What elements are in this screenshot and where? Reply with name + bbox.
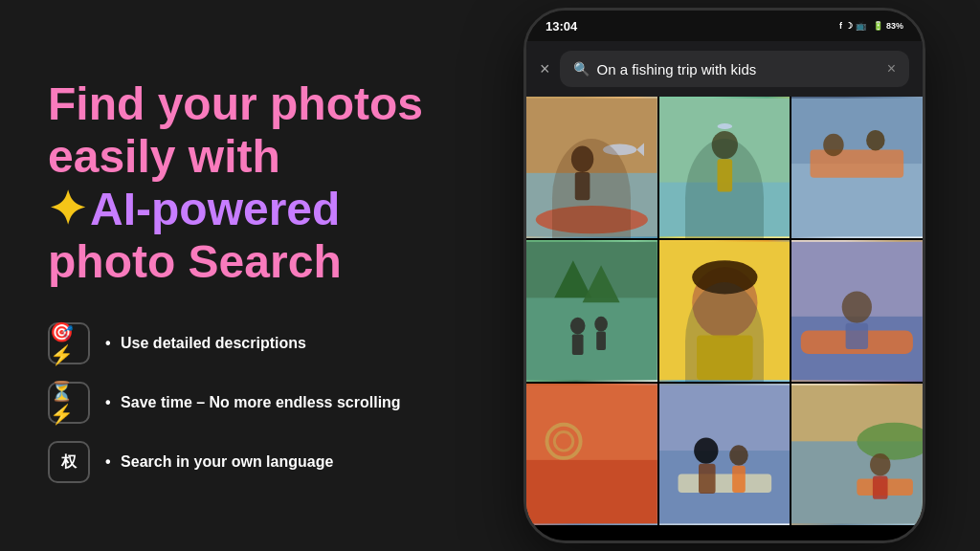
search-input[interactable]: On a fishing trip with kids [597,61,880,77]
svg-rect-18 [526,298,657,380]
search-icon: 🔍 [573,61,590,77]
svg-rect-4 [575,172,590,200]
headline-line4: photo Search [48,235,431,288]
svg-rect-22 [572,334,584,354]
svg-point-16 [866,130,885,150]
right-panel: 13:04 f ☽ 📺 🔋 83% × 🔍 On a fishing trip … [469,0,980,551]
search-bar-area[interactable]: × 🔍 On a fishing trip with kids × [526,41,923,97]
svg-point-28 [692,260,757,294]
headline: Find your photos easily with ✦AI-powered… [48,77,431,289]
svg-rect-32 [801,331,913,354]
svg-point-23 [594,317,608,332]
phone-mockup: 13:04 f ☽ 📺 🔋 83% × 🔍 On a fishing trip … [523,8,925,543]
svg-rect-46 [732,466,746,493]
svg-point-2 [536,206,648,233]
photo-3[interactable] [791,97,923,238]
feature-time: ⏳⚡ • Save time – No more endless scrolli… [48,382,431,424]
photo-6[interactable] [791,240,923,382]
search-input-box[interactable]: 🔍 On a fishing trip with kids × [560,51,909,87]
hourglass-icon: ⏳⚡ [48,382,90,424]
svg-point-45 [729,445,748,465]
svg-rect-34 [846,323,868,349]
sparkle-icon: ✦ [48,184,86,234]
battery-percent: 83% [886,21,903,31]
twitch-icon: 📺 [856,21,866,31]
svg-rect-14 [811,149,904,177]
search-clear-button[interactable]: × [887,60,896,77]
fb-icon: f [839,21,842,31]
status-icons: f ☽ 📺 🔋 83% [839,21,903,31]
search-close-button[interactable]: × [540,59,550,79]
battery-icon: 🔋 [873,21,883,31]
feature-time-text: • Save time – No more endless scrolling [105,394,401,411]
svg-point-51 [870,453,890,475]
left-panel: Find your photos easily with ✦AI-powered… [0,0,469,551]
svg-point-15 [824,134,844,156]
feature-descriptions: 🎯⚡ • Use detailed descriptions [48,322,431,364]
headline-line2: easily with [48,130,431,183]
svg-rect-52 [873,475,888,498]
svg-point-33 [842,291,872,322]
svg-rect-50 [858,478,914,496]
svg-rect-24 [596,331,606,350]
photo-1[interactable] [526,97,657,238]
features-list: 🎯⚡ • Use detailed descriptions ⏳⚡ • Save… [48,322,431,483]
photo-8[interactable] [659,384,791,525]
svg-rect-42 [678,474,771,494]
svg-rect-10 [717,159,732,191]
svg-point-5 [603,144,636,156]
moon-icon: ☽ [845,21,853,31]
feature-language-text: • Search in your own language [105,453,333,471]
feature-descriptions-text: • Use detailed descriptions [105,335,306,352]
target-icon: 🎯⚡ [48,322,90,364]
svg-rect-8 [659,183,791,237]
feature-language: 权 • Search in your own language [48,441,431,483]
svg-point-49 [858,423,923,460]
svg-point-21 [570,318,586,335]
svg-rect-37 [526,460,657,523]
svg-point-3 [571,146,593,172]
headline-line3: ✦AI-powered [48,183,431,235]
headline-line1: Find your photos [48,77,431,130]
status-time: 13:04 [546,19,577,33]
photo-grid [526,97,923,540]
svg-point-43 [694,437,718,463]
svg-rect-44 [699,464,716,494]
photo-7[interactable] [526,384,657,525]
photo-4[interactable] [526,240,657,382]
status-bar: 13:04 f ☽ 📺 🔋 83% [526,11,923,41]
photo-2[interactable] [659,97,791,238]
photo-9[interactable] [791,384,923,525]
language-icon: 权 [48,441,90,483]
svg-point-11 [717,123,732,129]
photo-5[interactable] [659,240,791,382]
svg-point-9 [711,131,737,159]
phone-content: × 🔍 On a fishing trip with kids × [526,41,923,540]
svg-rect-29 [697,335,753,380]
